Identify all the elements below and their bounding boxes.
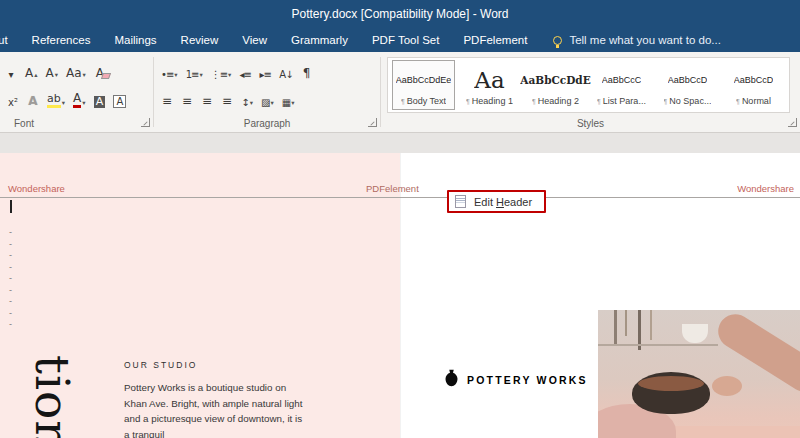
document-area[interactable]: Wondershare PDFelement Wondershare - - -… xyxy=(0,133,800,438)
increase-indent-button[interactable]: ▸≡ xyxy=(256,59,274,81)
font-group: ▾ A▴ A▾ Aa▾ A x² A ab▾ A▾ A A Font xyxy=(0,52,153,132)
studio-paragraph: Pottery Works is a boutique studio on Kh… xyxy=(124,380,308,438)
our-studio-heading: OUR STUDIO xyxy=(124,360,197,370)
align-right-button[interactable]: ≡ xyxy=(198,87,216,109)
styles-dialog-launcher-icon[interactable] xyxy=(788,118,797,127)
styles-gallery: AaBbCcDdEe ¶Body Text Aa ¶Heading 1 AaBb… xyxy=(387,57,790,113)
shading-button[interactable]: ▨▾ xyxy=(258,87,277,109)
ribbon: ▾ A▴ A▾ Aa▾ A x² A ab▾ A▾ A A Font xyxy=(0,52,800,133)
ribbon-tab-bar: ut References Mailings Review View Gramm… xyxy=(0,28,800,52)
styles-group-label: Styles xyxy=(577,118,604,129)
watermark-pdfelement: PDFelement xyxy=(366,183,419,194)
enclose-characters-button[interactable]: A xyxy=(110,87,129,109)
edit-header-menu-item[interactable]: Edit Header xyxy=(449,192,544,211)
line-spacing-button[interactable]: ↕▾ xyxy=(238,87,256,109)
paragraph-group-label: Paragraph xyxy=(244,118,291,129)
tab-mailings[interactable]: Mailings xyxy=(102,28,168,52)
tab-pdf-tool-set[interactable]: PDF Tool Set xyxy=(360,28,452,52)
paragraph-group: •≡▾ 1≡▾ ⋮≡▾ ◂≡ ▸≡ A↓ ¶ ≡ ≡ ≡ ≡ ↕▾ ▨▾ ▦▾ xyxy=(154,52,380,132)
styles-group: AaBbCcDdEe ¶Body Text Aa ¶Heading 1 AaBb… xyxy=(381,52,800,132)
copper-bowl xyxy=(632,372,710,414)
lightbulb-icon xyxy=(553,36,562,45)
font-size-dropdown-arrow[interactable]: ▾ xyxy=(2,59,20,81)
tab-references[interactable]: References xyxy=(20,28,103,52)
paragraph-style-icon: ¶ xyxy=(664,98,668,105)
header-boundary-line xyxy=(0,197,800,198)
numbering-button[interactable]: 1≡▾ xyxy=(183,59,206,81)
paragraph-style-icon: ¶ xyxy=(597,98,601,105)
decrease-indent-button[interactable]: ◂≡ xyxy=(236,59,254,81)
text-highlight-color-button[interactable]: ab▾ xyxy=(44,87,68,109)
paragraph-style-icon: ¶ xyxy=(401,98,405,105)
shrink-font-button[interactable]: A▾ xyxy=(42,59,60,81)
white-cup xyxy=(682,324,708,343)
text-cursor xyxy=(10,200,12,213)
pottery-works-logo-icon xyxy=(444,369,459,387)
character-shading-button[interactable]: A xyxy=(90,87,108,109)
style-list-paragraph[interactable]: AaBbCcC ¶List Para... xyxy=(590,60,653,110)
align-center-button[interactable]: ≡ xyxy=(178,87,196,109)
sort-button[interactable]: A↓ xyxy=(276,59,295,81)
style-heading-1[interactable]: Aa ¶Heading 1 xyxy=(458,60,521,110)
bullets-button[interactable]: •≡▾ xyxy=(158,59,181,81)
text-effects-button[interactable]: A xyxy=(24,87,42,109)
style-heading-2[interactable]: AaBbCcDdE ¶Heading 2 xyxy=(524,60,587,110)
paragraph-style-icon: ¶ xyxy=(736,98,740,105)
tab-layout-partial[interactable]: ut xyxy=(0,28,20,52)
grow-font-button[interactable]: A▴ xyxy=(22,59,40,81)
edit-header-document-icon xyxy=(455,195,466,208)
watermark-wondershare-right: Wondershare xyxy=(737,183,794,194)
edit-header-label: Edit Header xyxy=(474,196,532,208)
tell-me-text: Tell me what you want to do... xyxy=(569,34,721,46)
align-left-button[interactable]: ≡ xyxy=(158,87,176,109)
multilevel-list-button[interactable]: ⋮≡▾ xyxy=(208,59,235,81)
window-title: Pottery.docx [Compatibility Mode] - Word xyxy=(292,7,509,21)
borders-button[interactable]: ▦▾ xyxy=(279,87,298,109)
font-group-label: Font xyxy=(14,118,34,129)
paragraph-style-icon: ¶ xyxy=(532,98,536,105)
show-paragraph-marks-button[interactable]: ¶ xyxy=(298,59,316,81)
pottery-tool-stick xyxy=(650,310,652,340)
paragraph-style-icon: ¶ xyxy=(466,98,470,105)
tell-me-box[interactable]: Tell me what you want to do... xyxy=(553,34,721,46)
style-normal[interactable]: AaBbCcD ¶Normal xyxy=(722,60,785,110)
tab-review[interactable]: Review xyxy=(169,28,231,52)
paragraph-dialog-launcher-icon[interactable] xyxy=(368,118,377,127)
pottery-tool-stick xyxy=(614,310,617,344)
justify-button[interactable]: ≡ xyxy=(218,87,236,109)
edit-header-highlight-box: Edit Header xyxy=(447,190,546,213)
pottery-photo xyxy=(598,310,800,438)
artisan-hand xyxy=(712,376,742,396)
style-body-text[interactable]: AaBbCcDdEe ¶Body Text xyxy=(392,60,455,110)
clear-formatting-button[interactable]: A xyxy=(91,59,109,81)
pottery-works-logo-text: POTTERY WORKS xyxy=(467,374,588,386)
tab-grammarly[interactable]: Grammarly xyxy=(279,28,360,52)
style-no-spacing[interactable]: AaBbCcD ¶No Spac... xyxy=(656,60,719,110)
titlebar: Pottery.docx [Compatibility Mode] - Word xyxy=(0,0,800,28)
tool-shelf xyxy=(598,344,718,346)
font-dialog-launcher-icon[interactable] xyxy=(141,118,150,127)
change-case-button[interactable]: Aa▾ xyxy=(63,59,89,81)
tab-pdfelement[interactable]: PDFelement xyxy=(451,28,539,52)
watermark-wondershare-left: Wondershare xyxy=(8,183,65,194)
superscript-button[interactable]: x² xyxy=(4,87,22,109)
tab-view[interactable]: View xyxy=(230,28,279,52)
pottery-tool-stick xyxy=(625,310,627,336)
word-window: Pottery.docx [Compatibility Mode] - Word… xyxy=(0,0,800,438)
empty-paragraph-marks: - - - - - - - - - xyxy=(9,227,12,331)
rotated-title-text: tion xyxy=(26,355,84,438)
font-color-button[interactable]: A▾ xyxy=(70,87,88,109)
